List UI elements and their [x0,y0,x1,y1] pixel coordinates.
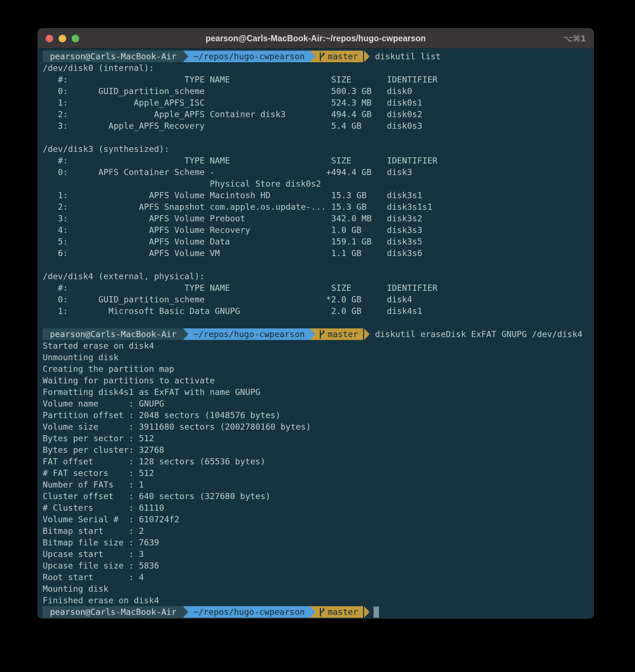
prompt-line-active: pearson@Carls-MacBook-Air~/repos/hugo-cw… [43,606,593,618]
window-title: pearson@Carls-MacBook-Air:~/repos/hugo-c… [38,34,593,43]
terminal-output-line: 2: Apple_APFS Container disk3 494.4 GB d… [43,109,593,120]
traffic-lights [38,35,79,42]
output-text: /dev/disk3 (synthesized): [43,143,169,155]
prompt-git-branch: master [315,328,363,340]
terminal-output-line: # FAT sectors : 512 [43,467,593,479]
powerline-arrow-icon [364,606,370,618]
prompt-user-host: pearson@Carls-MacBook-Air [43,328,183,340]
output-text: Bitmap file size : 7639 [43,537,159,548]
output-text: Volume name : GNUPG [43,398,164,409]
prompt-directory: ~/repos/hugo-cwpearson [188,51,310,62]
output-text: Cluster offset : 640 sectors (327680 byt… [43,490,270,502]
output-text: 3: Apple_APFS_Recovery 5.4 GB disk0s3 [43,120,422,132]
output-text: 4: APFS Volume Recovery 1.0 GB disk3s3 [43,224,422,236]
terminal-output-line: #: TYPE NAME SIZE IDENTIFIER [43,155,593,166]
terminal-output-line: Creating the partition map [43,363,593,375]
terminal-output-line: Cluster offset : 640 sectors (327680 byt… [43,490,593,502]
terminal-output-line: Upcase file size : 5836 [43,560,593,571]
terminal-output-line: 4: APFS Volume Recovery 1.0 GB disk3s3 [43,224,593,236]
terminal-output-line: Mounting disk [43,583,593,595]
terminal-cursor[interactable] [374,607,379,618]
output-text: # FAT sectors : 512 [43,467,154,479]
terminal-output-line: Volume Serial # : 610724f2 [43,514,593,525]
terminal-output-line: 0: APFS Container Scheme - +494.4 GB dis… [43,166,593,178]
git-branch-icon [318,52,326,61]
output-text: #: TYPE NAME SIZE IDENTIFIER [43,74,438,85]
terminal-output-line: Started erase on disk4 [43,340,593,352]
output-text: /dev/disk0 (internal): [43,62,154,74]
output-text: Started erase on disk4 [43,340,154,352]
terminal-output-line: Root start : 4 [43,571,593,583]
terminal-output-line: 6: APFS Volume VM 1.1 GB disk3s6 [43,247,593,259]
powerline-arrow-icon [364,328,370,340]
output-text: 1: Microsoft Basic Data GNUPG 2.0 GB dis… [43,305,422,317]
powerline-arrow-icon [183,51,188,62]
command-text: diskutil eraseDisk ExFAT GNUPG /dev/disk… [370,328,583,340]
terminal-output-line: 5: APFS Volume Data 159.1 GB disk3s5 [43,236,593,247]
terminal-output-line: Partition offset : 2048 sectors (1048576… [43,409,593,421]
terminal-output-line: Bytes per sector : 512 [43,433,593,444]
powerline-arrow-icon [310,328,315,340]
minimize-button[interactable] [59,35,66,42]
prompt-git-branch: master [315,606,363,618]
terminal-output-line: Bytes per cluster: 32768 [43,444,593,456]
output-text: Volume size : 3911680 sectors (200278016… [43,421,311,433]
terminal-window: pearson@Carls-MacBook-Air:~/repos/hugo-c… [38,28,594,618]
prompt-git-branch: master [315,51,363,62]
output-text: 0: GUID_partition_scheme 500.3 GB disk0 [43,85,412,97]
output-text: Waiting for partitions to activate [43,375,215,386]
terminal-output-line [43,132,593,143]
terminal-output-line: 1: Apple_APFS_ISC 524.3 MB disk0s1 [43,97,593,109]
titlebar: pearson@Carls-MacBook-Air:~/repos/hugo-c… [38,29,593,48]
output-text: 0: GUID_partition_scheme *2.0 GB disk4 [43,294,412,305]
terminal-output-line: /dev/disk0 (internal): [43,62,593,74]
output-text: Finished erase on disk4 [43,595,159,606]
output-text: Formatting disk4s1 as ExFAT with name GN… [43,386,260,398]
powerline-arrow-icon [310,606,315,618]
output-text: 2: APFS Snapshot com.apple.os.update-...… [43,201,432,213]
powerline-arrow-icon [310,51,315,62]
terminal-output-line: 2: APFS Snapshot com.apple.os.update-...… [43,201,593,213]
terminal-output-line: Number of FATs : 1 [43,479,593,490]
output-text: Mounting disk [43,583,108,595]
terminal-output-line: 3: APFS Volume Preboot 342.0 MB disk3s2 [43,213,593,224]
terminal-output-line: 0: GUID_partition_scheme 500.3 GB disk0 [43,85,593,97]
powerline-arrow-icon [364,51,370,62]
terminal-output-line: Volume name : GNUPG [43,398,593,409]
terminal-output-line: Volume size : 3911680 sectors (200278016… [43,421,593,433]
output-text: 2: Apple_APFS Container disk3 494.4 GB d… [43,109,422,120]
terminal-output-line: Formatting disk4s1 as ExFAT with name GN… [43,386,593,398]
output-text: Volume Serial # : 610724f2 [43,514,179,525]
prompt-line: pearson@Carls-MacBook-Air~/repos/hugo-cw… [43,51,593,62]
terminal-content[interactable]: pearson@Carls-MacBook-Air~/repos/hugo-cw… [38,48,593,618]
terminal-output-line: #: TYPE NAME SIZE IDENTIFIER [43,282,593,294]
output-text: Creating the partition map [43,363,174,375]
terminal-output-line [43,259,593,271]
output-text: Upcase file size : 5836 [43,560,159,571]
output-text: 3: APFS Volume Preboot 342.0 MB disk3s2 [43,213,422,224]
terminal-output-line: Upcase start : 3 [43,548,593,560]
terminal-output-line: /dev/disk3 (synthesized): [43,143,593,155]
output-text: Bytes per cluster: 32768 [43,444,164,456]
terminal-output-line: Bitmap start : 2 [43,525,593,537]
close-button[interactable] [46,35,53,42]
command-text: diskutil list [370,51,441,62]
output-text: #: TYPE NAME SIZE IDENTIFIER [43,155,438,166]
output-text: Physical Store disk0s2 [43,178,321,190]
terminal-output-line: Finished erase on disk4 [43,595,593,606]
git-branch-icon [318,607,326,617]
zoom-button[interactable] [72,35,79,42]
terminal-output-line: Physical Store disk0s2 [43,178,593,190]
terminal-output-line: Unmounting disk [43,352,593,363]
prompt-user-host: pearson@Carls-MacBook-Air [43,606,183,618]
output-text: Unmounting disk [43,352,119,363]
output-text: /dev/disk4 (external, physical): [43,271,205,282]
terminal-output-line: Waiting for partitions to activate [43,375,593,386]
terminal-output-line [43,317,593,328]
terminal-output-line: 1: APFS Volume Macintosh HD 15.3 GB disk… [43,190,593,201]
prompt-directory: ~/repos/hugo-cwpearson [188,606,310,618]
output-text: 1: APFS Volume Macintosh HD 15.3 GB disk… [43,190,422,201]
terminal-output-line: 0: GUID_partition_scheme *2.0 GB disk4 [43,294,593,305]
output-text: 6: APFS Volume VM 1.1 GB disk3s6 [43,247,422,259]
output-text: # Clusters : 61110 [43,502,164,514]
